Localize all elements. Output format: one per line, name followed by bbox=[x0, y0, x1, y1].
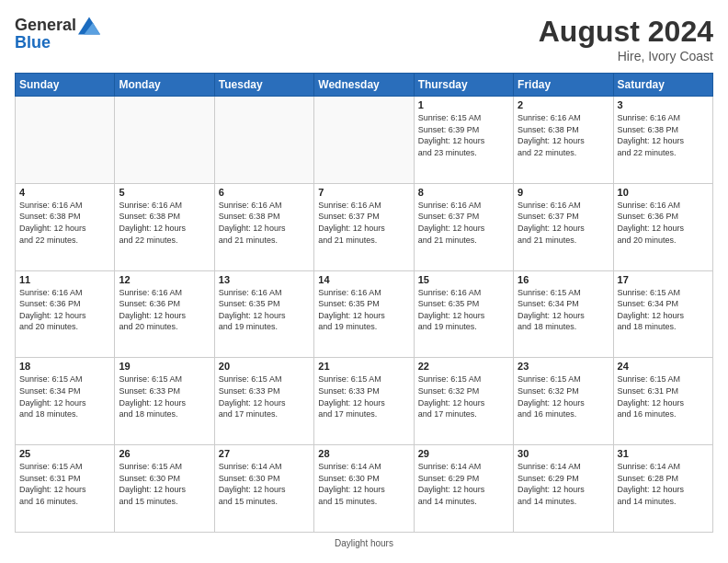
day-number: 16 bbox=[518, 274, 609, 285]
calendar-cell: 9Sunrise: 6:16 AM Sunset: 6:37 PM Daylig… bbox=[514, 183, 613, 270]
footer: Daylight hours bbox=[15, 538, 713, 548]
day-number: 27 bbox=[219, 448, 310, 459]
calendar-cell: 25Sunrise: 6:15 AM Sunset: 6:31 PM Dayli… bbox=[16, 445, 115, 533]
day-number: 24 bbox=[618, 361, 709, 372]
calendar-cell: 16Sunrise: 6:15 AM Sunset: 6:34 PM Dayli… bbox=[514, 270, 613, 358]
day-info: Sunrise: 6:16 AM Sunset: 6:37 PM Dayligh… bbox=[318, 200, 409, 246]
day-info: Sunrise: 6:14 AM Sunset: 6:30 PM Dayligh… bbox=[219, 461, 310, 507]
day-number: 12 bbox=[119, 274, 210, 285]
day-info: Sunrise: 6:14 AM Sunset: 6:30 PM Dayligh… bbox=[318, 461, 409, 507]
day-number: 14 bbox=[318, 274, 409, 285]
day-info: Sunrise: 6:16 AM Sunset: 6:35 PM Dayligh… bbox=[318, 287, 409, 333]
day-info: Sunrise: 6:16 AM Sunset: 6:38 PM Dayligh… bbox=[518, 112, 609, 158]
day-info: Sunrise: 6:15 AM Sunset: 6:31 PM Dayligh… bbox=[618, 373, 709, 419]
day-number: 31 bbox=[618, 448, 709, 459]
day-header-tuesday: Tuesday bbox=[214, 74, 313, 97]
day-number: 19 bbox=[119, 361, 210, 372]
day-number: 28 bbox=[318, 448, 409, 459]
calendar-cell bbox=[314, 97, 414, 184]
day-header-wednesday: Wednesday bbox=[314, 74, 414, 97]
calendar-cell: 5Sunrise: 6:16 AM Sunset: 6:38 PM Daylig… bbox=[115, 183, 214, 270]
calendar-cell: 31Sunrise: 6:14 AM Sunset: 6:28 PM Dayli… bbox=[613, 445, 712, 533]
calendar-cell: 14Sunrise: 6:16 AM Sunset: 6:35 PM Dayli… bbox=[314, 270, 414, 358]
calendar-cell: 20Sunrise: 6:15 AM Sunset: 6:33 PM Dayli… bbox=[214, 358, 313, 445]
day-info: Sunrise: 6:14 AM Sunset: 6:28 PM Dayligh… bbox=[618, 461, 709, 507]
day-number: 30 bbox=[518, 448, 609, 459]
calendar-cell: 22Sunrise: 6:15 AM Sunset: 6:32 PM Dayli… bbox=[414, 358, 513, 445]
calendar-cell: 21Sunrise: 6:15 AM Sunset: 6:33 PM Dayli… bbox=[314, 358, 414, 445]
day-info: Sunrise: 6:15 AM Sunset: 6:31 PM Dayligh… bbox=[19, 461, 110, 507]
day-header-saturday: Saturday bbox=[613, 74, 712, 97]
day-number: 3 bbox=[618, 99, 709, 110]
day-header-thursday: Thursday bbox=[414, 74, 513, 97]
calendar-table: SundayMondayTuesdayWednesdayThursdayFrid… bbox=[15, 73, 713, 533]
day-info: Sunrise: 6:15 AM Sunset: 6:32 PM Dayligh… bbox=[518, 373, 609, 419]
month-year: August 2024 bbox=[539, 15, 713, 49]
calendar-cell: 7Sunrise: 6:16 AM Sunset: 6:37 PM Daylig… bbox=[314, 183, 414, 270]
week-row-2: 4Sunrise: 6:16 AM Sunset: 6:38 PM Daylig… bbox=[16, 183, 713, 270]
calendar-cell bbox=[214, 97, 313, 184]
day-number: 9 bbox=[518, 187, 609, 198]
day-number: 2 bbox=[518, 99, 609, 110]
day-number: 1 bbox=[418, 99, 509, 110]
daylight-label: Daylight hours bbox=[335, 538, 393, 548]
day-number: 11 bbox=[19, 274, 110, 285]
location: Hire, Ivory Coast bbox=[539, 49, 713, 63]
day-number: 4 bbox=[19, 187, 110, 198]
calendar-cell: 11Sunrise: 6:16 AM Sunset: 6:36 PM Dayli… bbox=[16, 270, 115, 358]
day-number: 21 bbox=[318, 361, 409, 372]
calendar-cell: 15Sunrise: 6:16 AM Sunset: 6:35 PM Dayli… bbox=[414, 270, 513, 358]
calendar-cell: 17Sunrise: 6:15 AM Sunset: 6:34 PM Dayli… bbox=[613, 270, 712, 358]
day-info: Sunrise: 6:14 AM Sunset: 6:29 PM Dayligh… bbox=[418, 461, 509, 507]
day-info: Sunrise: 6:15 AM Sunset: 6:34 PM Dayligh… bbox=[19, 373, 110, 419]
day-info: Sunrise: 6:16 AM Sunset: 6:38 PM Dayligh… bbox=[119, 200, 210, 246]
calendar-cell: 23Sunrise: 6:15 AM Sunset: 6:32 PM Dayli… bbox=[514, 358, 613, 445]
calendar-cell: 8Sunrise: 6:16 AM Sunset: 6:37 PM Daylig… bbox=[414, 183, 513, 270]
day-info: Sunrise: 6:15 AM Sunset: 6:34 PM Dayligh… bbox=[618, 287, 709, 333]
logo-icon bbox=[78, 15, 100, 37]
calendar-cell bbox=[16, 97, 115, 184]
day-number: 29 bbox=[418, 448, 509, 459]
calendar-cell: 27Sunrise: 6:14 AM Sunset: 6:30 PM Dayli… bbox=[214, 445, 313, 533]
calendar-cell bbox=[115, 97, 214, 184]
calendar-cell: 18Sunrise: 6:15 AM Sunset: 6:34 PM Dayli… bbox=[16, 358, 115, 445]
day-number: 22 bbox=[418, 361, 509, 372]
day-number: 20 bbox=[219, 361, 310, 372]
header: General Blue August 2024 Hire, Ivory Coa… bbox=[15, 15, 713, 63]
day-number: 7 bbox=[318, 187, 409, 198]
day-number: 23 bbox=[518, 361, 609, 372]
page: General Blue August 2024 Hire, Ivory Coa… bbox=[0, 0, 728, 563]
day-info: Sunrise: 6:16 AM Sunset: 6:35 PM Dayligh… bbox=[418, 287, 509, 333]
calendar-cell: 19Sunrise: 6:15 AM Sunset: 6:33 PM Dayli… bbox=[115, 358, 214, 445]
week-row-1: 1Sunrise: 6:15 AM Sunset: 6:39 PM Daylig… bbox=[16, 97, 713, 184]
day-info: Sunrise: 6:15 AM Sunset: 6:33 PM Dayligh… bbox=[119, 373, 210, 419]
calendar-cell: 2Sunrise: 6:16 AM Sunset: 6:38 PM Daylig… bbox=[514, 97, 613, 184]
calendar-header-row: SundayMondayTuesdayWednesdayThursdayFrid… bbox=[16, 74, 713, 97]
calendar-cell: 6Sunrise: 6:16 AM Sunset: 6:38 PM Daylig… bbox=[214, 183, 313, 270]
day-number: 8 bbox=[418, 187, 509, 198]
day-number: 15 bbox=[418, 274, 509, 285]
day-info: Sunrise: 6:16 AM Sunset: 6:38 PM Dayligh… bbox=[618, 112, 709, 158]
day-number: 6 bbox=[219, 187, 310, 198]
day-info: Sunrise: 6:15 AM Sunset: 6:30 PM Dayligh… bbox=[119, 461, 210, 507]
calendar-cell: 12Sunrise: 6:16 AM Sunset: 6:36 PM Dayli… bbox=[115, 270, 214, 358]
calendar-cell: 30Sunrise: 6:14 AM Sunset: 6:29 PM Dayli… bbox=[514, 445, 613, 533]
title-block: August 2024 Hire, Ivory Coast bbox=[539, 15, 713, 63]
day-number: 5 bbox=[119, 187, 210, 198]
day-header-monday: Monday bbox=[115, 74, 214, 97]
calendar-cell: 10Sunrise: 6:16 AM Sunset: 6:36 PM Dayli… bbox=[613, 183, 712, 270]
day-info: Sunrise: 6:15 AM Sunset: 6:33 PM Dayligh… bbox=[219, 373, 310, 419]
calendar-cell: 1Sunrise: 6:15 AM Sunset: 6:39 PM Daylig… bbox=[414, 97, 513, 184]
day-info: Sunrise: 6:15 AM Sunset: 6:32 PM Dayligh… bbox=[418, 373, 509, 419]
day-info: Sunrise: 6:16 AM Sunset: 6:37 PM Dayligh… bbox=[418, 200, 509, 246]
week-row-4: 18Sunrise: 6:15 AM Sunset: 6:34 PM Dayli… bbox=[16, 358, 713, 445]
day-info: Sunrise: 6:16 AM Sunset: 6:36 PM Dayligh… bbox=[119, 287, 210, 333]
day-info: Sunrise: 6:16 AM Sunset: 6:38 PM Dayligh… bbox=[219, 200, 310, 246]
day-info: Sunrise: 6:15 AM Sunset: 6:33 PM Dayligh… bbox=[318, 373, 409, 419]
day-number: 13 bbox=[219, 274, 310, 285]
calendar-cell: 26Sunrise: 6:15 AM Sunset: 6:30 PM Dayli… bbox=[115, 445, 214, 533]
day-info: Sunrise: 6:16 AM Sunset: 6:36 PM Dayligh… bbox=[19, 287, 110, 333]
day-number: 18 bbox=[19, 361, 110, 372]
day-info: Sunrise: 6:16 AM Sunset: 6:35 PM Dayligh… bbox=[219, 287, 310, 333]
week-row-5: 25Sunrise: 6:15 AM Sunset: 6:31 PM Dayli… bbox=[16, 445, 713, 533]
